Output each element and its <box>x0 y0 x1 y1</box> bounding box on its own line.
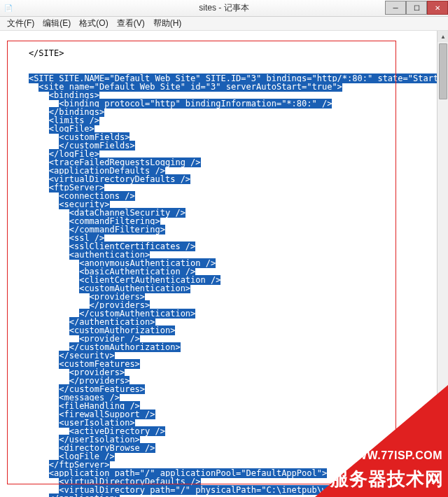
watermark-url: WWW.77ISP.COM <box>345 449 442 462</box>
watermark-text: 服务器技术网 <box>330 467 444 491</box>
window-controls: ─ ☐ ✕ <box>385 0 448 16</box>
window-title: sites - 记事本 <box>0 2 448 14</box>
menu-file[interactable]: 文件(F) <box>3 16 38 31</box>
minimize-button[interactable]: ─ <box>385 1 406 15</box>
menubar: 文件(F) 编辑(E) 格式(O) 查看(V) 帮助(H) <box>0 17 448 31</box>
scrollbar-thumb[interactable] <box>439 43 447 99</box>
close-button[interactable]: ✕ <box>427 1 448 15</box>
scroll-up-arrow[interactable]: ▲ <box>438 31 448 42</box>
menu-help[interactable]: 帮助(H) <box>149 16 186 31</box>
menu-edit[interactable]: 编辑(E) <box>38 16 75 31</box>
maximize-button[interactable]: ☐ <box>406 1 427 15</box>
menu-view[interactable]: 查看(V) <box>113 16 149 31</box>
titlebar: 📄 sites - 记事本 ─ ☐ ✕ <box>0 0 448 17</box>
menu-format[interactable]: 格式(O) <box>75 16 112 31</box>
app-icon: 📄 <box>3 3 14 14</box>
text-line: </SITE> <box>8 49 445 57</box>
